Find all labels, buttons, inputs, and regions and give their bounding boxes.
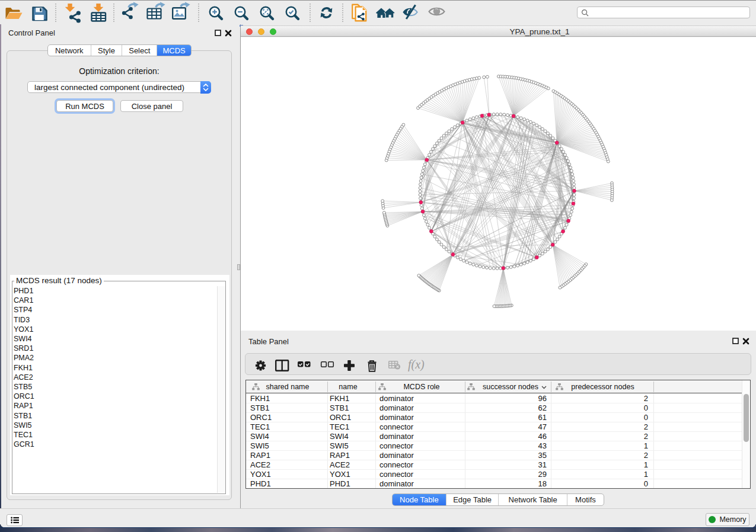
svg-text:f(x): f(x) <box>408 358 425 371</box>
